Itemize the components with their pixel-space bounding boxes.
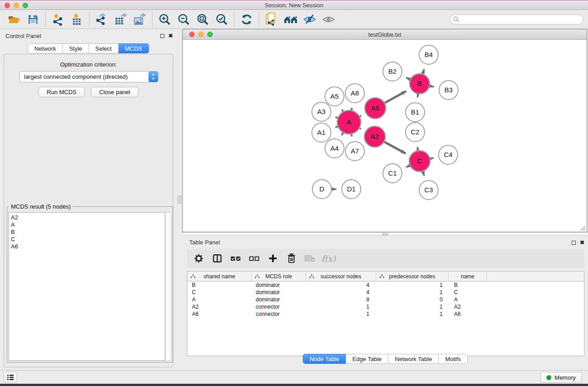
table-cell[interactable]: 1 <box>376 289 449 296</box>
zoom-out-button[interactable] <box>174 11 193 28</box>
graph-edge-B-B1[interactable] <box>417 94 418 98</box>
function-builder-button[interactable]: f(x) <box>323 253 334 264</box>
result-list-scrollbar[interactable] <box>165 212 171 361</box>
float-panel-icon[interactable] <box>160 34 164 38</box>
table-row[interactable]: Cdominator41C <box>187 289 584 296</box>
hide-selected-button[interactable] <box>300 11 319 28</box>
float-panel-icon[interactable] <box>572 241 576 245</box>
graph-edge-A-A3[interactable] <box>335 117 338 118</box>
graph-edge-B-B4[interactable] <box>423 69 424 74</box>
tab-style[interactable]: Style <box>63 43 89 53</box>
table-cell[interactable]: 1 <box>376 303 449 310</box>
table-cell[interactable]: B <box>449 281 487 289</box>
tab-motifs[interactable]: Motifs <box>439 354 468 364</box>
graph-edge-A-A2[interactable] <box>360 128 361 129</box>
table-cell[interactable]: 1 <box>376 310 449 318</box>
network-view-titlebar[interactable]: testGlobe.txt <box>183 29 587 40</box>
export-network-button[interactable] <box>92 11 111 28</box>
table-cell[interactable]: A2 <box>449 303 487 310</box>
resize-grip-icon[interactable] <box>578 224 586 231</box>
table-cell[interactable]: connector <box>252 303 306 310</box>
close-panel-icon[interactable]: ✖ <box>168 33 173 38</box>
column-header-shared-name[interactable]: shared name <box>187 272 252 281</box>
table-splitter[interactable] <box>182 232 588 236</box>
table-cell[interactable]: dominator <box>252 289 306 296</box>
open-session-button[interactable] <box>5 11 24 28</box>
column-header-name[interactable]: name <box>449 272 487 281</box>
table-cell[interactable]: 8 <box>306 296 376 303</box>
panel-splitter[interactable] <box>177 29 182 370</box>
import-network-button[interactable] <box>48 11 67 28</box>
mcds-result-item[interactable]: A6 <box>11 243 165 250</box>
graph-edge-A-A7[interactable] <box>351 134 352 136</box>
graph-edge-B-B3[interactable] <box>430 86 434 87</box>
table-cell[interactable]: A6 <box>187 310 252 318</box>
tab-edge-table[interactable]: Edge Table <box>346 354 388 364</box>
graph-edge-C-C3[interactable] <box>423 172 424 176</box>
splitter-handle[interactable] <box>382 233 388 235</box>
table-cell[interactable]: connector <box>252 310 306 318</box>
create-column-button[interactable] <box>268 253 278 264</box>
app-titlebar[interactable]: Session: New Session <box>0 1 588 10</box>
column-header-MCDS-role[interactable]: MCDS role <box>252 272 306 281</box>
table-row[interactable]: A6connector11A6 <box>187 310 584 318</box>
table-row[interactable]: A2connector11A2 <box>187 303 584 310</box>
graph-edge-C-C4[interactable] <box>430 158 433 159</box>
table-settings-button[interactable] <box>193 253 204 264</box>
table-cell[interactable]: C <box>187 289 252 296</box>
table-cell[interactable]: 1 <box>306 310 376 318</box>
export-table-button[interactable] <box>111 11 130 28</box>
close-panel-button[interactable]: Close panel <box>91 87 139 97</box>
graph-edge-A-A8[interactable] <box>351 108 352 110</box>
mcds-result-item[interactable]: A2 <box>11 214 165 221</box>
new-network-from-selection-button[interactable] <box>262 11 281 28</box>
table-cell[interactable]: dominator <box>252 281 306 289</box>
graph-edge-A6-B[interactable] <box>385 91 406 103</box>
tab-mcds[interactable]: MCDS <box>119 43 149 53</box>
table-cell[interactable]: 4 <box>306 289 376 296</box>
table-cell[interactable]: B <box>187 281 252 289</box>
table-cell[interactable]: 0 <box>376 296 449 303</box>
graph-edge-A-A5[interactable] <box>342 110 343 112</box>
table-row[interactable]: Bdominator41B <box>187 281 584 289</box>
mcds-result-item[interactable]: C <box>11 236 165 243</box>
save-session-button[interactable] <box>24 11 43 28</box>
mcds-result-item[interactable]: A <box>11 221 165 229</box>
tab-network-table[interactable]: Network Table <box>388 354 439 364</box>
export-image-button[interactable] <box>130 11 149 28</box>
run-mcds-button[interactable]: Run MCDS <box>38 87 85 97</box>
zoom-fit-button[interactable] <box>193 11 212 28</box>
table-cell[interactable]: A <box>187 296 252 303</box>
search-input[interactable] <box>459 15 583 24</box>
select-all-columns-button[interactable] <box>230 253 241 264</box>
show-columns-button[interactable] <box>212 253 223 264</box>
splitter-handle[interactable] <box>177 195 182 204</box>
network-graph[interactable]: B4B2BB3A8A5A6A3B1AA1C2A2A4A7C4CC1C3DD1 <box>183 40 587 232</box>
mcds-result-item[interactable]: B <box>11 229 165 236</box>
zoom-in-button[interactable] <box>155 11 174 28</box>
tab-select[interactable]: Select <box>89 43 119 53</box>
graph-edge-A2-C[interactable] <box>384 142 406 153</box>
graph-edge-B-B2[interactable] <box>406 78 410 80</box>
table-cell[interactable]: dominator <box>252 296 306 303</box>
tab-node-table[interactable]: Node Table <box>303 354 346 364</box>
criterion-select[interactable]: largest connected component (directed) <box>19 71 159 82</box>
table-cell[interactable]: A2 <box>187 303 252 310</box>
network-canvas[interactable]: B4B2BB3A8A5A6A3B1AA1C2A2A4A7C4CC1C3DD1 <box>183 40 587 232</box>
table-row[interactable]: Adominator80A <box>187 296 584 303</box>
mcds-result-list[interactable]: A2ABCA6 <box>9 212 165 361</box>
show-all-button[interactable] <box>319 11 338 28</box>
close-panel-icon[interactable]: ✖ <box>580 240 584 245</box>
zoom-selected-button[interactable] <box>212 11 231 28</box>
apply-layout-button[interactable] <box>237 11 256 28</box>
import-table-button[interactable] <box>67 11 86 28</box>
graph-edge-C-C1[interactable] <box>406 166 410 167</box>
table-cell[interactable]: 4 <box>306 281 376 289</box>
table-cell[interactable]: C <box>449 289 487 296</box>
table-cell[interactable]: 1 <box>306 303 376 310</box>
unselect-all-columns-button[interactable] <box>249 253 260 264</box>
memory-button[interactable]: Memory <box>540 372 582 383</box>
graph-edge-A-A6[interactable] <box>360 115 361 116</box>
graph-edge-A-A1[interactable] <box>335 127 338 128</box>
table-cell[interactable]: 1 <box>376 281 449 289</box>
